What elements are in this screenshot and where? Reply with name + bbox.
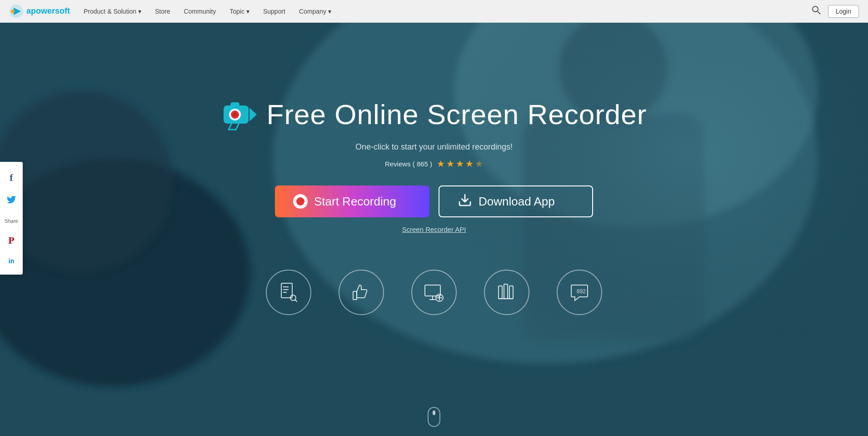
twitter-share[interactable] xyxy=(0,189,23,213)
star-2: ★ xyxy=(446,158,454,169)
svg-point-3 xyxy=(813,6,818,12)
social-sidebar: f Share P in xyxy=(0,162,23,275)
record-dot-inner xyxy=(296,197,304,205)
svg-rect-36 xyxy=(499,286,502,299)
star-4: ★ xyxy=(465,158,474,169)
star-3: ★ xyxy=(456,158,464,169)
library-icon xyxy=(496,281,518,303)
svg-rect-38 xyxy=(509,286,513,299)
download-app-button[interactable]: Download App xyxy=(439,185,593,217)
feature-search-doc[interactable] xyxy=(266,270,311,315)
search-icon xyxy=(812,5,821,15)
navbar: apowersoft Product & Solution ▾ Store Co… xyxy=(0,0,868,23)
nav-company[interactable]: Company ▾ xyxy=(299,8,331,15)
logo[interactable]: apowersoft xyxy=(9,4,70,19)
search-doc-icon xyxy=(278,281,299,303)
chevron-down-icon: ▾ xyxy=(328,8,331,15)
logo-text: apowersoft xyxy=(26,6,70,16)
hero-logo-row: Free Online Screen Recorder xyxy=(221,98,647,130)
nav-support[interactable]: Support xyxy=(263,8,285,15)
search-button[interactable] xyxy=(812,5,821,17)
chevron-down-icon: ▾ xyxy=(246,8,249,15)
features-row: 892 xyxy=(266,270,602,315)
feature-comments[interactable]: 892 xyxy=(557,270,602,315)
svg-point-16 xyxy=(233,112,237,117)
svg-rect-37 xyxy=(504,284,508,299)
star-1: ★ xyxy=(437,158,445,169)
recorder-svg xyxy=(221,99,258,130)
nav-community[interactable]: Community xyxy=(184,8,216,15)
linkedin-icon: in xyxy=(9,257,14,265)
facebook-icon: f xyxy=(10,172,13,184)
nav-right: Login xyxy=(812,5,859,18)
share-label: Share xyxy=(0,213,23,229)
api-link[interactable]: Screen Recorder API xyxy=(402,226,466,233)
reviews-text: Reviews ( 865 ) xyxy=(385,160,432,168)
feature-thumbs-up[interactable] xyxy=(339,270,384,315)
chevron-down-icon: ▾ xyxy=(138,8,141,15)
twitter-icon xyxy=(6,195,16,207)
recorder-icon xyxy=(221,99,258,130)
svg-rect-29 xyxy=(353,291,357,300)
svg-marker-17 xyxy=(249,108,257,121)
svg-line-4 xyxy=(818,11,820,14)
hero-section: Free Online Screen Recorder One-click to… xyxy=(0,0,868,436)
svg-line-19 xyxy=(229,124,231,130)
record-indicator xyxy=(293,194,308,209)
svg-point-10 xyxy=(0,159,250,386)
svg-rect-18 xyxy=(230,102,239,107)
reviews-row: Reviews ( 865 ) ★ ★ ★ ★ ★ xyxy=(385,158,483,169)
hero-content: Free Online Screen Recorder One-click to… xyxy=(221,98,647,256)
pinterest-icon: P xyxy=(8,235,14,246)
svg-rect-23 xyxy=(281,283,292,298)
hero-title: Free Online Screen Recorder xyxy=(267,98,647,130)
feature-screen-capture[interactable] xyxy=(411,270,457,315)
svg-text:892: 892 xyxy=(577,288,586,295)
start-recording-button[interactable]: Start Recording xyxy=(275,185,429,217)
svg-line-20 xyxy=(236,124,239,130)
star-half: ★ xyxy=(475,158,483,169)
scroll-indicator xyxy=(428,407,440,427)
download-icon xyxy=(458,193,472,210)
logo-icon xyxy=(9,4,24,19)
feature-library[interactable] xyxy=(484,270,529,315)
scroll-dot xyxy=(433,411,435,415)
svg-line-28 xyxy=(295,300,297,302)
linkedin-share[interactable]: in xyxy=(0,252,23,270)
pinterest-share[interactable]: P xyxy=(0,229,23,252)
cta-row: Start Recording Download App xyxy=(275,185,593,217)
login-button[interactable]: Login xyxy=(828,5,859,18)
facebook-share[interactable]: f xyxy=(0,166,23,189)
thumbs-up-icon xyxy=(350,281,372,303)
nav-product[interactable]: Product & Solution ▾ xyxy=(84,8,141,15)
screen-capture-icon xyxy=(423,281,445,303)
nav-store[interactable]: Store xyxy=(155,8,170,15)
nav-links: Product & Solution ▾ Store Community Top… xyxy=(84,8,812,15)
svg-point-11 xyxy=(0,91,173,273)
hero-subtitle: One-click to start your unlimited record… xyxy=(355,142,513,152)
nav-topic[interactable]: Topic ▾ xyxy=(229,8,249,15)
stars-container: ★ ★ ★ ★ ★ xyxy=(437,158,483,169)
comments-icon: 892 xyxy=(569,281,590,303)
svg-point-2 xyxy=(11,10,15,13)
